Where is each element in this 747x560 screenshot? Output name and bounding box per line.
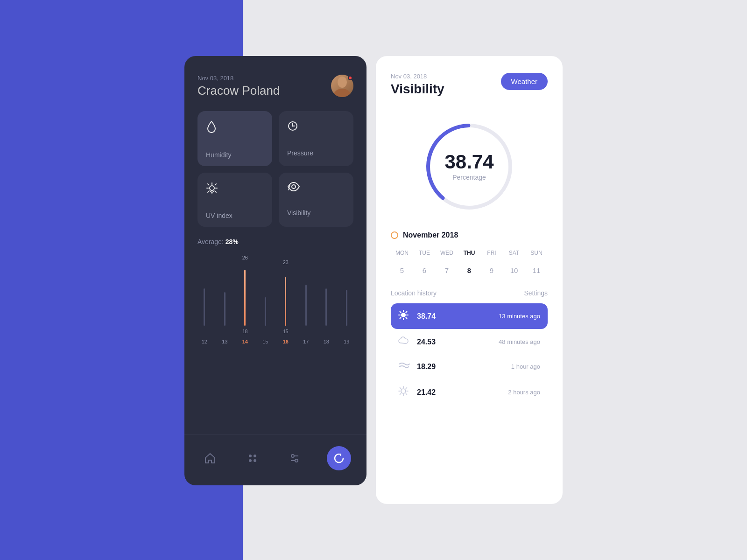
gauge-value: 38.74 [444, 152, 493, 172]
history-list: 38.74 13 minutes ago 24.53 48 minutes ag… [391, 303, 548, 405]
cal-day-fri: FRI [480, 247, 503, 259]
bar-19 [338, 251, 356, 326]
chart-label-14: 14 [236, 339, 254, 344]
svg-point-13 [249, 455, 252, 457]
left-header: Nov 03, 2018 Cracow Poland [197, 75, 353, 98]
month-dot [391, 231, 398, 239]
history-value-2: 24.53 [417, 338, 491, 346]
cal-date-8[interactable]: 8 [458, 263, 480, 278]
weather-button[interactable]: Weather [501, 73, 548, 90]
average-label: Average: [197, 238, 224, 245]
location-history-row: Location history Settings [391, 289, 548, 297]
notification-dot [348, 76, 352, 80]
svg-point-20 [295, 459, 298, 462]
bar-12 [196, 251, 213, 326]
refresh-nav-btn[interactable] [327, 446, 351, 470]
month-text: November 2018 [403, 231, 458, 239]
history-value-3: 18.29 [417, 363, 504, 371]
chart-label-12: 12 [196, 339, 213, 344]
panels-container: Nov 03, 2018 Cracow Poland [184, 56, 563, 504]
history-item-1[interactable]: 38.74 13 minutes ago [391, 303, 548, 329]
gauge-container: 38.74 Percentage [418, 115, 521, 218]
left-date: Nov 03, 2018 [197, 75, 280, 82]
chart-label-13: 13 [216, 339, 234, 344]
right-header: Nov 03, 2018 Visibility Weather [391, 73, 548, 97]
chart-label-19: 19 [338, 339, 356, 344]
location-history-label: Location history [391, 289, 437, 297]
grid-nav-btn[interactable] [242, 448, 263, 469]
svg-point-23 [401, 313, 406, 317]
city-name: Cracow [197, 84, 239, 98]
history-icon-4 [398, 386, 409, 399]
cal-day-sun: SUN [525, 247, 548, 259]
svg-point-1 [334, 89, 351, 97]
chart-label-18: 18 [317, 339, 335, 344]
humidity-card[interactable]: Humidity [197, 111, 272, 166]
pressure-label: Pressure [287, 149, 345, 157]
svg-point-5 [292, 126, 294, 127]
svg-point-6 [210, 186, 214, 190]
chart-container: 26 18 23 15 [194, 251, 357, 425]
pressure-card[interactable]: Pressure [279, 111, 353, 166]
chart-label-17: 17 [297, 339, 315, 344]
svg-line-28 [400, 312, 401, 313]
bottom-nav [184, 434, 366, 485]
avatar-wrap[interactable] [331, 75, 353, 97]
cal-date-6[interactable]: 6 [413, 263, 436, 278]
humidity-icon [206, 120, 264, 136]
visibility-card[interactable]: Visibility [279, 173, 353, 227]
cal-day-thu: THU [458, 247, 480, 259]
svg-line-31 [400, 317, 401, 318]
calendar-grid: MON TUE WED THU FRI SAT SUN 5 6 7 8 9 10… [391, 247, 548, 278]
cal-date-7[interactable]: 7 [436, 263, 458, 278]
svg-line-29 [406, 317, 407, 318]
svg-point-16 [254, 459, 256, 462]
chart-label-15: 15 [257, 339, 275, 344]
history-icon-1 [398, 310, 409, 322]
bar-18 [317, 251, 335, 326]
pressure-icon [287, 120, 345, 134]
gauge-label: Percentage [452, 174, 486, 181]
svg-point-14 [254, 455, 256, 457]
cal-date-11[interactable]: 11 [525, 263, 548, 278]
gauge-center: 38.74 Percentage [444, 152, 493, 181]
uv-icon [206, 182, 264, 197]
history-item-3[interactable]: 18.29 1 hour ago [391, 355, 548, 378]
gauge-wrap: 38.74 Percentage [391, 115, 548, 218]
cards-grid: Humidity Pressure [197, 111, 353, 227]
humidity-label: Humidity [206, 151, 264, 159]
cal-date-5[interactable]: 5 [391, 263, 413, 278]
cal-date-9[interactable]: 9 [480, 263, 503, 278]
right-title-group: Nov 03, 2018 Visibility [391, 73, 444, 97]
bar-16: 23 15 [277, 251, 295, 326]
sliders-nav-btn[interactable] [284, 448, 305, 469]
settings-link[interactable]: Settings [524, 289, 548, 297]
average-value: 28% [226, 238, 239, 245]
history-value-4: 21.42 [417, 388, 500, 397]
svg-point-0 [338, 77, 347, 88]
visibility-icon [287, 182, 345, 194]
svg-point-15 [249, 459, 252, 462]
svg-line-39 [406, 388, 407, 389]
history-icon-3 [398, 361, 409, 372]
bar-15 [257, 251, 275, 326]
bar-17 [297, 251, 315, 326]
svg-line-30 [406, 312, 407, 313]
history-item-4[interactable]: 21.42 2 hours ago [391, 379, 548, 405]
home-nav-btn[interactable] [200, 448, 220, 469]
cal-date-10[interactable]: 10 [503, 263, 525, 278]
right-title: Visibility [391, 82, 444, 97]
uv-card[interactable]: UV index [197, 173, 272, 227]
cal-dates: 5 6 7 8 9 10 11 [391, 263, 548, 278]
visibility-label: Visibility [287, 209, 345, 217]
left-city: Cracow Poland [197, 84, 280, 98]
country-name: Poland [242, 84, 280, 98]
svg-point-32 [401, 389, 406, 393]
svg-line-40 [400, 393, 401, 394]
uv-label: UV index [206, 212, 264, 219]
location-info: Nov 03, 2018 Cracow Poland [197, 75, 280, 98]
cal-day-sat: SAT [503, 247, 525, 259]
history-time-1: 13 minutes ago [499, 313, 540, 320]
history-item-2[interactable]: 24.53 48 minutes ago [391, 330, 548, 354]
svg-point-11 [292, 185, 296, 189]
